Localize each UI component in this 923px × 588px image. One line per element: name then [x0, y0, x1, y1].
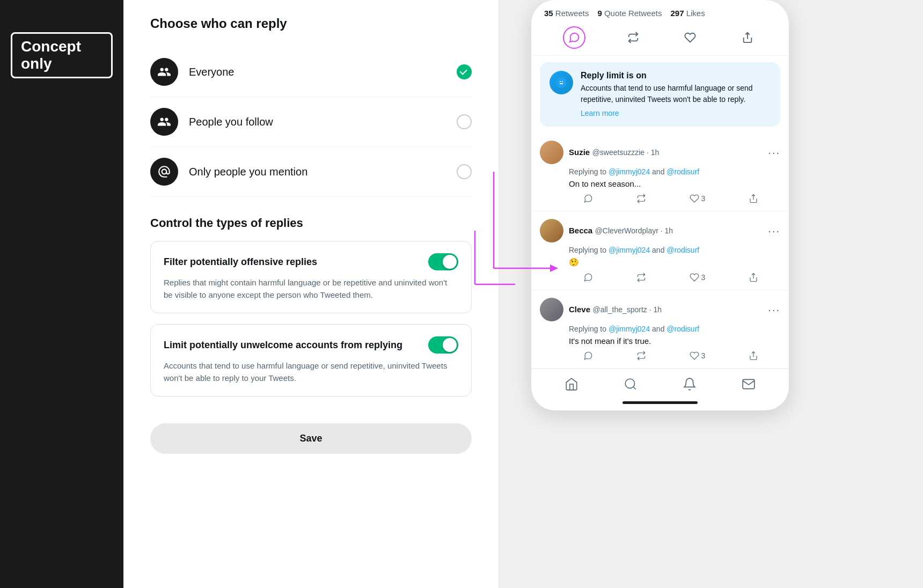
handle-becca: @CleverWordplayr · 1h	[595, 226, 673, 235]
handle-suzie: @sweetsuzzzie · 1h	[592, 148, 660, 157]
option-icon-everyone	[150, 58, 178, 86]
reply-btn-becca[interactable]	[583, 273, 593, 282]
handle-cleve: @all_the_sportz · 1h	[592, 305, 662, 314]
notifications-nav-icon[interactable]	[682, 377, 697, 392]
like-btn-becca[interactable]: 3	[690, 273, 706, 282]
concept-panel: Concept only	[0, 0, 123, 588]
filter-unwelcome-card: Limit potentially unwelcome accounts fro…	[150, 324, 472, 396]
actions-suzie: 3	[540, 194, 780, 203]
more-cleve[interactable]: ···	[768, 304, 780, 316]
tweet-meta-suzie: Suzie @sweetsuzzzie · 1h	[569, 148, 763, 157]
reply-limit-icon	[550, 71, 573, 94]
retweet-action-icon[interactable]	[624, 28, 643, 47]
reply-limit-text: Accounts that tend to use harmful langua…	[581, 83, 771, 105]
filter-offensive-toggle[interactable]	[428, 253, 458, 270]
save-button[interactable]: Save	[150, 423, 472, 454]
option-mention[interactable]: Only people you mention	[150, 147, 472, 197]
like-btn-cleve[interactable]: 3	[690, 351, 706, 361]
share-btn-cleve[interactable]	[749, 351, 758, 361]
share-btn-suzie[interactable]	[749, 194, 758, 203]
like-action-icon[interactable]	[680, 28, 700, 47]
retweet-btn-cleve[interactable]	[636, 351, 646, 361]
radio-everyone[interactable]	[457, 64, 472, 79]
filter-offensive-desc: Replies that might contain harmful langu…	[164, 277, 458, 301]
reply-btn-cleve[interactable]	[583, 351, 593, 361]
svg-point-10	[625, 379, 634, 388]
replying-suzie: Replying to @jimmyj024 and @rodisurf	[540, 167, 780, 176]
people-follow-icon	[157, 115, 171, 129]
people-icon	[157, 65, 171, 79]
replying-cleve: Replying to @jimmyj024 and @rodisurf	[540, 325, 780, 333]
learn-more-link[interactable]: Learn more	[581, 109, 619, 117]
actions-becca: 3	[540, 273, 780, 282]
concept-label: Concept only	[11, 32, 113, 78]
search-nav-icon[interactable]	[623, 377, 638, 392]
option-everyone[interactable]: Everyone	[150, 47, 472, 97]
option-icon-mention	[150, 158, 178, 186]
replying-becca: Replying to @jimmyj024 and @rodisurf	[540, 246, 780, 254]
home-indicator	[622, 401, 698, 404]
actions-cleve: 3	[540, 351, 780, 361]
avatar-suzie	[540, 141, 563, 164]
settings-title: Choose who can reply	[150, 16, 472, 31]
messages-nav-icon[interactable]	[741, 377, 756, 392]
filter-section-title: Control the types of replies	[150, 216, 472, 230]
connector-arrow	[467, 172, 574, 386]
share-action-icon[interactable]	[738, 28, 757, 47]
username-suzie: Suzie	[569, 148, 590, 157]
tweet-meta-becca: Becca @CleverWordplayr · 1h	[569, 226, 763, 236]
retweets-stat: 35 Retweets	[544, 9, 589, 18]
option-label-mention: Only people you mention	[189, 166, 446, 178]
reply-limit-content: Reply limit is on Accounts that tend to …	[581, 71, 771, 118]
phone-stats: 35 Retweets 9 Quote Retweets 297 Likes	[531, 0, 789, 22]
filter-unwelcome-desc: Accounts that tend to use harmful langua…	[164, 360, 458, 384]
at-sign-icon	[157, 165, 171, 179]
more-becca[interactable]: ···	[768, 225, 780, 237]
reply-limit-title: Reply limit is on	[581, 71, 771, 80]
reply-action-icon[interactable]	[563, 26, 585, 49]
reply-btn-suzie[interactable]	[583, 194, 593, 203]
share-btn-becca[interactable]	[749, 273, 758, 282]
quote-stat: 9 Quote Retweets	[597, 9, 662, 18]
svg-marker-2	[550, 264, 558, 272]
content-becca: 🤥	[540, 258, 780, 267]
filter-unwelcome-title: Limit potentially unwelcome accounts fro…	[164, 340, 428, 351]
option-icon-follow	[150, 108, 178, 136]
likes-stat: 297 Likes	[670, 9, 705, 18]
option-follow[interactable]: People you follow	[150, 97, 472, 147]
like-btn-suzie[interactable]: 3	[690, 194, 706, 203]
phone-action-bar	[531, 22, 789, 56]
option-label-follow: People you follow	[189, 116, 446, 128]
filter-offensive-title: Filter potentially offensive replies	[164, 256, 428, 268]
svg-line-11	[633, 387, 636, 389]
option-label-everyone: Everyone	[189, 66, 446, 78]
tweet-meta-cleve: Cleve @all_the_sportz · 1h	[569, 305, 763, 314]
content-suzie: On to next season...	[540, 179, 780, 188]
more-suzie[interactable]: ···	[768, 146, 780, 159]
filter-unwelcome-toggle[interactable]	[428, 336, 458, 354]
retweet-btn-suzie[interactable]	[636, 194, 646, 203]
content-cleve: It's not mean if it's true.	[540, 336, 780, 346]
retweet-btn-becca[interactable]	[636, 273, 646, 282]
settings-panel: Choose who can reply Everyone People you…	[123, 0, 499, 588]
reply-limit-box: Reply limit is on Accounts that tend to …	[540, 62, 780, 127]
svg-point-6	[556, 77, 567, 88]
radio-follow[interactable]	[457, 114, 472, 129]
filter-offensive-card: Filter potentially offensive replies Rep…	[150, 241, 472, 313]
